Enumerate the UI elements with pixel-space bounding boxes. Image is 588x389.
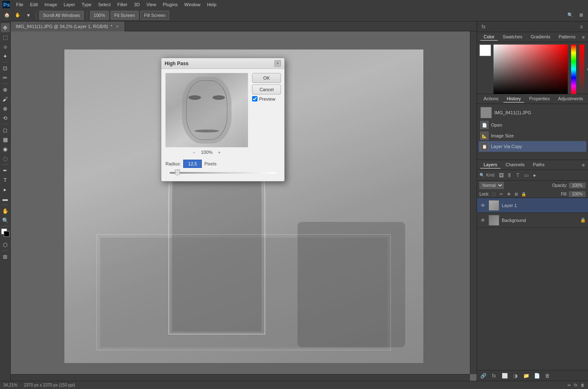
fill-input[interactable] <box>569 191 586 197</box>
history-item-layer-via-copy[interactable]: 📋 Layer Via Copy <box>479 141 586 152</box>
color-gradient[interactable] <box>494 45 568 94</box>
fit-screen-button[interactable]: Fit Screen <box>111 11 139 20</box>
menu-help[interactable]: Help <box>204 1 220 8</box>
filter-type-icon[interactable]: T <box>514 172 522 179</box>
properties-tab[interactable]: Properties <box>526 95 553 103</box>
background-visibility[interactable]: 👁 <box>479 217 486 224</box>
cancel-button[interactable]: Cancel <box>252 85 281 94</box>
spot-healing-tool[interactable]: ⊕ <box>1 85 10 94</box>
add-group-icon[interactable]: 📁 <box>522 372 530 380</box>
high-pass-close-button[interactable]: × <box>274 60 281 67</box>
add-layer-icon[interactable]: 📄 <box>533 372 541 380</box>
home-icon[interactable]: 🏠 <box>2 11 12 20</box>
preview-checkbox[interactable] <box>252 96 257 101</box>
menu-file[interactable]: File <box>13 1 26 8</box>
history-tab[interactable]: History <box>503 95 524 103</box>
quick-mask-mode[interactable]: ⬡ <box>1 240 10 249</box>
move-tool-icon[interactable]: ✋ <box>13 11 22 20</box>
fill-screen-button[interactable]: Fill Screen <box>140 11 169 20</box>
dodge-tool[interactable]: ◌ <box>1 154 10 163</box>
crop-tool[interactable]: ⊡ <box>1 64 10 73</box>
lock-artboard-icon[interactable]: ⊠ <box>513 191 519 197</box>
marquee-tool[interactable]: ⬚ <box>1 33 10 42</box>
eraser-tool[interactable]: ◻ <box>1 125 10 134</box>
menu-layer[interactable]: Layer <box>61 1 78 8</box>
history-snapshot[interactable]: IMG_8411(1).JPG <box>479 106 586 120</box>
text-tool[interactable]: T <box>1 175 10 184</box>
move-tool[interactable]: ✥ <box>1 23 10 32</box>
ok-button[interactable]: OK <box>252 73 281 83</box>
color-tab[interactable]: Color <box>480 33 498 41</box>
actions-tab[interactable]: Actions <box>480 95 502 103</box>
color-swatch[interactable] <box>479 45 491 56</box>
add-mask-icon[interactable]: ⬜ <box>501 372 508 380</box>
change-screen-mode[interactable]: ⊞ <box>1 252 10 261</box>
layer-item-layer1[interactable]: 👁 Layer 1 <box>477 198 588 213</box>
delete-layer-icon[interactable]: 🗑 <box>544 372 551 380</box>
add-adjustment-icon[interactable]: ◑ <box>512 372 519 380</box>
brush-tool[interactable]: 🖌 <box>1 94 10 104</box>
panel-menu-icon[interactable]: ≡ <box>577 23 586 31</box>
hue-slider[interactable] <box>571 45 576 94</box>
foreground-background-colors[interactable] <box>1 229 9 237</box>
search-icon[interactable]: 🔍 <box>566 11 575 20</box>
filter-shape-icon[interactable]: ▭ <box>522 172 530 179</box>
history-brush-tool[interactable]: ⟲ <box>1 113 10 123</box>
blur-tool[interactable]: ◉ <box>1 144 10 153</box>
radius-slider-thumb[interactable] <box>175 170 180 176</box>
menu-view[interactable]: View <box>144 1 159 8</box>
lock-all-icon[interactable]: 🔒 <box>521 191 527 197</box>
scroll-all-button[interactable]: Scroll All Windows <box>39 11 84 20</box>
add-link-icon[interactable]: 🔗 <box>479 372 487 380</box>
color-panel-menu[interactable]: ≡ <box>582 35 585 40</box>
magic-wand-tool[interactable]: ✦ <box>1 52 10 61</box>
status-icon-1[interactable]: ⇔ <box>567 383 571 387</box>
history-item-open[interactable]: 📄 Open <box>479 120 586 130</box>
document-tab[interactable]: IMG_8411(1).JPG @ 34,2% (Layer 1, RGB/8)… <box>11 21 125 31</box>
radius-input[interactable] <box>183 160 202 168</box>
arrow-icon[interactable]: ▼ <box>24 11 33 20</box>
status-icon-2[interactable]: fx <box>574 383 577 387</box>
add-fx-icon[interactable]: fx <box>490 372 498 380</box>
lock-draw-icon[interactable]: ✏ <box>498 191 504 197</box>
gradient-tool[interactable]: ▦ <box>1 135 10 144</box>
zoom-tool[interactable]: 🔍 <box>1 216 10 225</box>
alpha-slider[interactable] <box>579 45 584 94</box>
filter-pixel-icon[interactable]: 🖼 <box>498 172 505 179</box>
zoom-out-button[interactable]: － <box>191 149 198 156</box>
layer1-visibility[interactable]: 👁 <box>479 202 486 209</box>
menu-3d[interactable]: 3D <box>131 1 143 8</box>
menu-select[interactable]: Select <box>95 1 114 8</box>
blend-mode-select[interactable]: Normal <box>479 182 504 189</box>
opacity-input[interactable] <box>569 183 586 188</box>
channels-tab[interactable]: Channels <box>502 161 528 169</box>
menu-plugins[interactable]: Plugins <box>160 1 180 8</box>
eyedropper-tool[interactable]: ✏ <box>1 73 10 82</box>
layer-item-background[interactable]: 👁 Background 🔒 <box>477 213 588 228</box>
lock-transparent-icon[interactable]: ⬚ <box>491 191 497 197</box>
horizontal-scrollbar[interactable] <box>11 374 470 381</box>
lasso-tool[interactable]: ⌾ <box>1 42 10 51</box>
pen-tool[interactable]: ✒ <box>1 166 10 175</box>
tab-close-button[interactable]: × <box>115 24 120 29</box>
path-select-tool[interactable]: ▸ <box>1 185 10 194</box>
status-icon-3[interactable]: 🗑 <box>581 383 585 387</box>
menu-edit[interactable]: Edit <box>27 1 41 8</box>
shape-tool[interactable]: ▬ <box>1 194 10 203</box>
swatches-tab[interactable]: Swatches <box>499 33 526 41</box>
vertical-scrollbar[interactable] <box>470 31 477 374</box>
paths-tab[interactable]: Paths <box>530 161 548 169</box>
filter-adjust-icon[interactable]: 🎚 <box>506 172 513 179</box>
hand-tool[interactable]: ✋ <box>1 206 10 215</box>
adjustments-tab[interactable]: Adjustments <box>555 95 586 103</box>
fx-icon[interactable]: fx <box>479 23 488 31</box>
filter-smart-icon[interactable]: ● <box>531 172 538 179</box>
gradients-tab[interactable]: Gradients <box>527 33 554 41</box>
zoom-level[interactable]: 100% <box>90 11 109 20</box>
menu-type[interactable]: Type <box>79 1 94 8</box>
zoom-in-button[interactable]: ＋ <box>216 149 222 156</box>
radius-slider-track[interactable] <box>170 172 276 174</box>
history-item-image-size[interactable]: 📐 Image Size <box>479 130 586 141</box>
menu-filter[interactable]: Filter <box>114 1 130 8</box>
menu-image[interactable]: Image <box>42 1 60 8</box>
